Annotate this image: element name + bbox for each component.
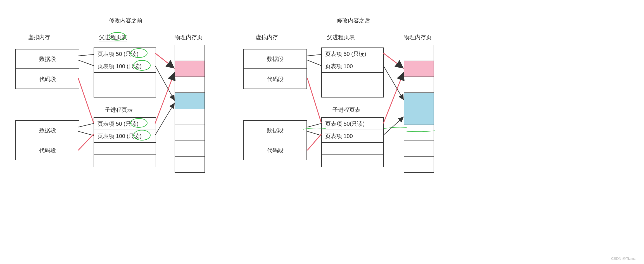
right-pt1-r1: 页表项 50 (只读)	[322, 48, 383, 60]
left-vm1-bot: 代码段	[16, 73, 79, 85]
svg-line-17	[307, 78, 321, 123]
left-pt1-r3	[94, 73, 156, 85]
right-pt1-r2: 页表项 100	[322, 60, 383, 73]
left-phys	[175, 45, 205, 173]
left-pt2-r3	[94, 143, 156, 155]
left-pt2-r4	[94, 155, 156, 167]
left-pt1-r4	[94, 85, 156, 97]
right-phys	[404, 45, 434, 173]
right-pt2-r4	[322, 155, 383, 167]
svg-line-16	[307, 60, 321, 66]
svg-line-9	[78, 131, 94, 135]
right-phys-pink	[404, 61, 434, 77]
left-vm1: 数据段 代码段	[15, 49, 79, 89]
svg-line-15	[307, 54, 321, 56]
right-vm2-bot: 代码段	[244, 145, 306, 156]
svg-line-7	[78, 78, 94, 123]
left-pt1-r1: 页表项 50 (只读)	[94, 48, 156, 60]
svg-line-20	[307, 134, 321, 150]
svg-line-21	[383, 53, 404, 68]
right-parent-pt-label: 父进程页表	[327, 34, 355, 41]
svg-line-8	[78, 123, 94, 127]
right-vm1-top: 数据段	[244, 53, 306, 65]
svg-line-5	[78, 54, 94, 56]
right-vm1: 数据段 代码段	[243, 49, 307, 89]
left-phys-label: 物理内存页	[175, 34, 203, 41]
left-vm2: 数据段 代码段	[15, 120, 79, 160]
left-parent-pt-label: 父进程页表	[99, 34, 127, 42]
svg-line-19	[307, 131, 321, 135]
left-phys-pink	[175, 61, 205, 77]
left-phys-blue	[175, 93, 205, 109]
watermark: CSDN @Tizmz	[611, 256, 636, 261]
right-phys-blue1	[404, 93, 434, 109]
left-pt1: 页表项 50 (只读) 页表项 100 (只读)	[94, 47, 156, 97]
left-pt2-r2: 页表项 100 (只读)	[94, 130, 156, 142]
left-title: 修改内容之前	[109, 17, 142, 24]
left-vm2-top: 数据段	[16, 125, 79, 136]
right-pt1-r4	[322, 85, 383, 97]
left-vm1-top: 数据段	[16, 53, 79, 65]
right-vm2-top: 数据段	[244, 125, 306, 136]
right-phys-label: 物理内存页	[404, 34, 432, 41]
svg-line-10	[78, 134, 94, 150]
left-pt2: 页表项 50 (只读) 页表项 100 (只读)	[94, 117, 156, 167]
svg-line-14	[155, 103, 175, 135]
left-child-pt-label: 子进程页表	[105, 106, 133, 114]
right-title: 修改内容之后	[337, 17, 370, 24]
svg-line-11	[155, 53, 175, 68]
right-pt2-r3	[322, 143, 383, 155]
svg-line-12	[155, 66, 175, 101]
left-vm2-bot: 代码段	[16, 145, 79, 156]
right-pt2: 页表项 50(只读) 页表项 100	[321, 117, 384, 167]
right-vm-label: 虚拟内存	[256, 34, 278, 41]
right-child-pt-label: 子进程页表	[332, 106, 360, 114]
right-vm1-bot: 代码段	[244, 73, 306, 85]
svg-line-23	[383, 72, 404, 123]
left-pt1-r2: 页表项 100 (只读)	[94, 60, 156, 73]
svg-line-6	[78, 60, 94, 66]
right-pt2-r2: 页表项 100	[322, 130, 383, 142]
right-phys-blue2	[404, 109, 434, 125]
right-pt1-r3	[322, 73, 383, 85]
right-vm2: 数据段 代码段	[243, 120, 307, 160]
right-pt2-r1: 页表项 50(只读)	[322, 118, 383, 130]
left-vm-label: 虚拟内存	[28, 34, 50, 41]
svg-line-24	[383, 117, 404, 135]
svg-line-18	[307, 123, 321, 127]
svg-line-13	[155, 72, 175, 123]
right-pt1: 页表项 50 (只读) 页表项 100	[321, 47, 384, 97]
left-pt2-r1: 页表项 50 (只读)	[94, 118, 156, 130]
svg-line-22	[383, 66, 404, 100]
